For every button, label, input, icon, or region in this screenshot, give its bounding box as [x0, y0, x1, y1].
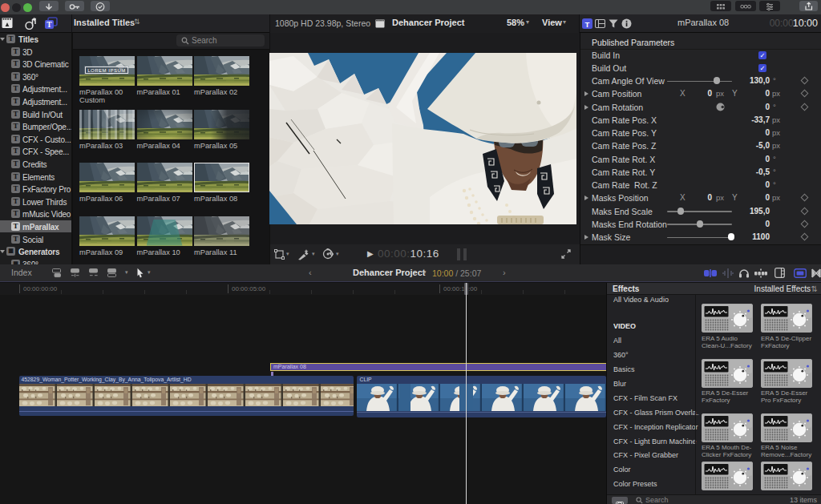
- svg-text:T: T: [585, 20, 590, 29]
- svg-text:T: T: [47, 21, 52, 29]
